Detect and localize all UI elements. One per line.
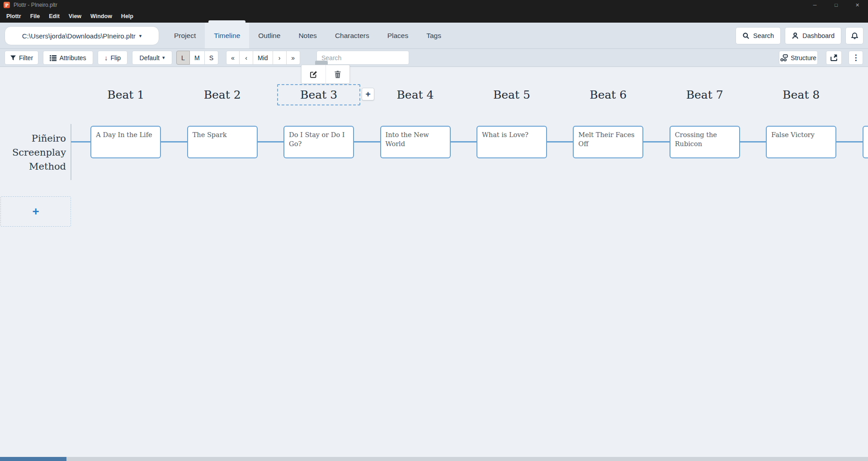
timeline-search-input[interactable] — [316, 51, 409, 65]
beat-header-4[interactable]: Beat 4 — [374, 84, 457, 105]
flip-button[interactable]: ↓ Flip — [98, 51, 127, 65]
delete-beat-button[interactable] — [326, 65, 350, 83]
structure-icon — [780, 54, 788, 62]
size-l-button[interactable]: L — [176, 51, 190, 65]
mid-button[interactable]: Mid — [253, 51, 273, 65]
add-beat-button[interactable]: + — [362, 88, 374, 100]
navbar-right: Search Dashboard — [736, 27, 863, 44]
filter-icon — [10, 55, 16, 61]
close-button[interactable]: ✕ — [847, 0, 868, 10]
maximize-button[interactable]: □ — [826, 0, 847, 10]
nav-tabs: ProjectTimelineOutlineNotesCharactersPla… — [165, 23, 450, 48]
view-preset-dropdown[interactable]: Default ▾ — [132, 51, 172, 65]
scene-card[interactable]: A Day In the Life — [90, 126, 161, 158]
trash-icon — [334, 70, 342, 79]
menubar: PlottrFileEditViewWindowHelp — [0, 10, 868, 23]
toolbar: Filter Attributes ↓ Flip Default ▾ LMS «… — [0, 49, 868, 67]
view-preset-label: Default — [140, 54, 160, 62]
menu-help[interactable]: Help — [117, 10, 138, 23]
scrollbar-thumb[interactable] — [0, 457, 66, 461]
scene-card[interactable]: Into the New World — [380, 126, 451, 158]
scene-card[interactable]: Melt Their Faces Off — [573, 126, 643, 158]
menu-view[interactable]: View — [64, 10, 86, 23]
size-toggle-group: LMS — [176, 51, 218, 65]
attributes-button-label: Attributes — [59, 54, 86, 62]
notifications-button[interactable] — [845, 27, 863, 44]
plus-icon: + — [32, 204, 39, 219]
window-controls: ─ □ ✕ — [804, 0, 868, 10]
edit-beat-button[interactable] — [302, 65, 326, 83]
attributes-button[interactable]: Attributes — [43, 51, 93, 65]
tab-outline[interactable]: Outline — [249, 23, 289, 48]
structure-button-label: Structure — [791, 54, 816, 62]
jump-start-button[interactable]: « — [226, 51, 240, 65]
list-icon — [50, 55, 57, 61]
search-button-label: Search — [753, 32, 774, 39]
flip-button-label: Flip — [110, 54, 121, 62]
next-button[interactable]: › — [273, 51, 287, 65]
dashboard-button-label: Dashboard — [802, 32, 835, 39]
scene-card[interactable]: Crossing the Rubicon — [670, 126, 740, 158]
scene-card[interactable]: What is Love? — [476, 126, 547, 158]
minimize-button[interactable]: ─ — [804, 0, 826, 10]
more-options-button[interactable]: ⋮ — [849, 51, 863, 65]
beat-header-7[interactable]: Beat 7 — [663, 84, 746, 105]
export-icon — [830, 54, 838, 62]
dashboard-button[interactable]: Dashboard — [785, 27, 841, 44]
caret-down-icon: ▾ — [162, 55, 165, 61]
tab-places[interactable]: Places — [378, 23, 418, 48]
kebab-menu-icon: ⋮ — [852, 53, 860, 62]
filter-button-label: Filter — [19, 54, 33, 62]
plottr-logo-icon: P — [4, 2, 10, 8]
file-path-dropdown[interactable]: C:\Users\jorda\Downloads\PIneiro.pltr ▾ — [5, 26, 159, 45]
structure-button[interactable]: Structure — [779, 51, 818, 65]
timeline-nav-group: «‹Mid›» — [226, 51, 300, 65]
size-s-button[interactable]: S — [205, 51, 218, 65]
file-path-label: C:\Users\jorda\Downloads\PIneiro.pltr — [22, 32, 136, 40]
menu-plottr[interactable]: Plottr — [2, 10, 26, 23]
user-icon — [792, 32, 799, 39]
tab-notes[interactable]: Notes — [289, 23, 326, 48]
beat-header-8[interactable]: Beat 8 — [760, 84, 843, 105]
beat-header-2[interactable]: Beat 2 — [181, 84, 264, 105]
scene-card-partial[interactable] — [863, 126, 868, 158]
export-button[interactable] — [826, 51, 842, 65]
edit-icon — [309, 70, 318, 79]
scene-card[interactable]: Do I Stay or Do I Go? — [283, 126, 354, 158]
bell-icon — [851, 32, 859, 40]
flip-arrow-icon: ↓ — [104, 54, 108, 62]
search-button[interactable]: Search — [736, 27, 781, 44]
prev-button[interactable]: ‹ — [240, 51, 253, 65]
menu-edit[interactable]: Edit — [44, 10, 64, 23]
caret-down-icon: ▾ — [139, 33, 142, 39]
tab-timeline[interactable]: Timeline — [205, 23, 249, 48]
beat-header-5[interactable]: Beat 5 — [470, 84, 553, 105]
window-title: Plottr - PIneiro.pltr — [14, 2, 57, 8]
plottr-window: P Plottr - PIneiro.pltr ─ □ ✕ PlottrFile… — [0, 0, 868, 461]
jump-end-button[interactable]: » — [287, 51, 300, 65]
horizontal-scrollbar[interactable] — [0, 457, 868, 461]
titlebar: P Plottr - PIneiro.pltr ─ □ ✕ — [0, 0, 868, 10]
scene-card[interactable]: The Spark — [187, 126, 258, 158]
cards-row: A Day In the LifeThe SparkDo I Stay or D… — [0, 126, 868, 158]
beats-row: Beat 1Beat 2Beat 3+Beat 4Beat 5Beat 6Bea… — [0, 84, 868, 105]
search-icon — [742, 32, 750, 39]
size-m-button[interactable]: M — [190, 51, 205, 65]
beat-header-6[interactable]: Beat 6 — [566, 84, 650, 105]
tab-project[interactable]: Project — [165, 23, 205, 48]
beat-actions-popup — [301, 65, 350, 84]
scene-card[interactable]: False Victory — [766, 126, 836, 158]
tab-characters[interactable]: Characters — [326, 23, 378, 48]
menu-file[interactable]: File — [26, 10, 45, 23]
beat-header-3[interactable]: Beat 3 — [277, 84, 360, 105]
filter-button[interactable]: Filter — [5, 51, 38, 65]
add-plotline-button[interactable]: + — [0, 196, 71, 227]
menu-window[interactable]: Window — [86, 10, 117, 23]
navbar: C:\Users\jorda\Downloads\PIneiro.pltr ▾ … — [0, 23, 868, 49]
tab-tags[interactable]: Tags — [417, 23, 450, 48]
beat-header-1[interactable]: Beat 1 — [84, 84, 167, 105]
